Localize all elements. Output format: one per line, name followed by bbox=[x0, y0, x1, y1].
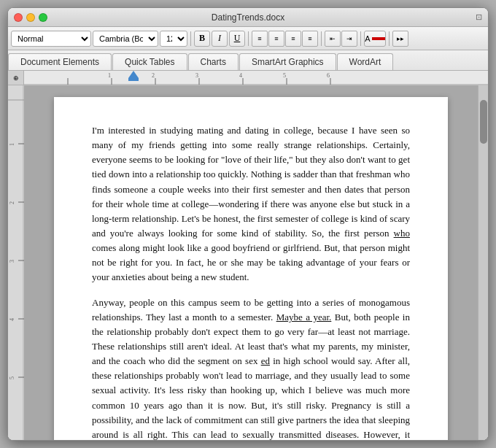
vertical-ruler: 1 2 3 4 5 bbox=[8, 85, 24, 440]
toolbar: Normal Cambria (Bo... 12 B I U ≡ ≡ ≡ ≡ ⇤… bbox=[8, 27, 488, 50]
close-button[interactable] bbox=[14, 13, 23, 22]
svg-text:2: 2 bbox=[152, 72, 155, 79]
italic-button[interactable]: I bbox=[212, 31, 228, 47]
svg-marker-14 bbox=[128, 71, 139, 78]
svg-text:1: 1 bbox=[9, 143, 15, 146]
color-indicator bbox=[372, 37, 385, 40]
svg-text:2: 2 bbox=[9, 201, 15, 204]
document-content[interactable]: I'm interested in studying mating and da… bbox=[92, 123, 410, 440]
toolbar-divider-1 bbox=[190, 31, 191, 46]
toolbar-divider-2 bbox=[248, 31, 249, 46]
svg-text:4: 4 bbox=[9, 318, 15, 321]
app-window: DatingTrends.docx ⊡ Normal Cambria (Bo..… bbox=[7, 7, 489, 441]
ribbon: Document Elements Quick Tables Charts Sm… bbox=[8, 50, 488, 71]
svg-text:3: 3 bbox=[195, 72, 198, 79]
size-dropdown[interactable]: 12 bbox=[160, 31, 187, 47]
indent-decrease-button[interactable]: ⇤ bbox=[325, 31, 341, 47]
title-bar-right: ⊡ bbox=[476, 12, 482, 22]
ruler-container: ⊕ 1 2 3 4 5 6 bbox=[8, 71, 488, 85]
align-left-button[interactable]: ≡ bbox=[252, 31, 268, 47]
underline-ed: ed bbox=[261, 355, 270, 366]
style-dropdown[interactable]: Normal bbox=[11, 31, 91, 47]
align-right-button[interactable]: ≡ bbox=[285, 31, 301, 47]
ruler-svg: 1 2 3 4 5 6 bbox=[24, 71, 488, 85]
svg-rect-15 bbox=[128, 78, 139, 81]
svg-text:4: 4 bbox=[239, 72, 242, 79]
title-bar: DatingTrends.docx ⊡ bbox=[8, 8, 488, 27]
toolbar-divider-3 bbox=[321, 31, 322, 46]
underline-who: who bbox=[394, 228, 410, 239]
traffic-lights bbox=[14, 13, 47, 22]
window-title: DatingTrends.docx bbox=[212, 12, 284, 23]
more-button[interactable]: ▸▸ bbox=[392, 31, 408, 47]
paragraph-1: I'm interested in studying mating and da… bbox=[92, 123, 410, 285]
tab-charts[interactable]: Charts bbox=[188, 53, 239, 70]
align-center-button[interactable]: ≡ bbox=[268, 31, 284, 47]
paragraph-2: Anyway, people on this campus seem to be… bbox=[92, 296, 410, 440]
ruler-side-icon: ⊕ bbox=[13, 74, 19, 82]
vertical-scrollbar[interactable] bbox=[478, 85, 488, 440]
font-dropdown[interactable]: Cambria (Bo... bbox=[93, 31, 158, 47]
svg-text:5: 5 bbox=[283, 72, 286, 79]
minimize-button[interactable] bbox=[26, 13, 35, 22]
text-color-label: A bbox=[365, 34, 370, 43]
main-area: 1 2 3 4 5 I'm interested in studying mat… bbox=[8, 85, 488, 440]
scrollbar-thumb[interactable] bbox=[480, 100, 487, 144]
indent-increase-button[interactable]: ⇥ bbox=[341, 31, 357, 47]
indent-group: ⇤ ⇥ bbox=[325, 31, 357, 47]
page-area[interactable]: I'm interested in studying mating and da… bbox=[24, 85, 478, 440]
toolbar-divider-4 bbox=[360, 31, 361, 46]
maximize-button[interactable] bbox=[39, 13, 47, 22]
toolbar-divider-5 bbox=[389, 31, 390, 46]
svg-text:5: 5 bbox=[9, 376, 15, 379]
svg-text:3: 3 bbox=[9, 260, 15, 263]
tab-wordart[interactable]: WordArt bbox=[337, 53, 394, 70]
horizontal-ruler: 1 2 3 4 5 6 bbox=[24, 71, 488, 85]
underline-maybe-a-year: Maybe a year. bbox=[276, 312, 332, 323]
tab-quick-tables[interactable]: Quick Tables bbox=[112, 53, 187, 70]
ruler-side-left: ⊕ bbox=[8, 71, 24, 85]
vertical-ruler-svg: 1 2 3 4 5 bbox=[8, 85, 24, 440]
svg-text:6: 6 bbox=[327, 72, 330, 79]
document-page[interactable]: I'm interested in studying mating and da… bbox=[54, 97, 448, 440]
paragraph-format-group: ≡ ≡ ≡ ≡ bbox=[252, 31, 318, 47]
text-color-button[interactable]: A bbox=[364, 31, 386, 47]
tab-smartart-graphics[interactable]: SmartArt Graphics bbox=[239, 53, 336, 70]
justify-button[interactable]: ≡ bbox=[302, 31, 318, 47]
underline-button[interactable]: U bbox=[229, 31, 245, 47]
svg-text:1: 1 bbox=[108, 72, 111, 79]
bold-button[interactable]: B bbox=[194, 31, 210, 47]
tab-document-elements[interactable]: Document Elements bbox=[8, 53, 112, 70]
